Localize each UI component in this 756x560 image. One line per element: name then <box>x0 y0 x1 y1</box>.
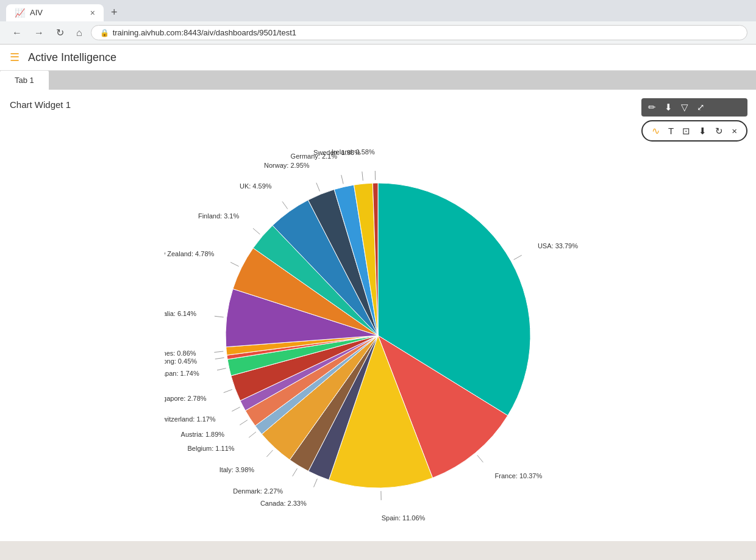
lock-icon: 🔒 <box>100 29 109 37</box>
download-tool-button[interactable]: ⬇ <box>696 124 710 138</box>
browser-chrome: 📈 AIV × + ← → ↻ ⌂ 🔒 training.aivhub.com:… <box>0 0 756 45</box>
svg-line-7 <box>240 420 248 425</box>
pie-label-australia: Australia: 6.14% <box>165 310 196 317</box>
pie-label-new-zealand: New Zealand: 4.78% <box>165 250 214 257</box>
pie-label-denmark: Denmark: 2.27% <box>233 487 283 495</box>
url-text: training.aivhub.com:8443/aiv/dashboards/… <box>113 28 296 37</box>
tab-bar: 📈 AIV × + <box>0 0 756 21</box>
pie-label-uk: UK: 4.59% <box>240 182 272 190</box>
pie-label-belgium: Belgium: 1.11% <box>188 445 235 452</box>
main-content: Chart Widget 1 ✏ ⬇ ▽ ⤢ ∿ T ⊡ ⬇ ↻ × USA: … <box>0 90 756 541</box>
svg-line-4 <box>293 468 298 476</box>
svg-line-18 <box>341 175 343 184</box>
svg-line-0 <box>514 255 522 259</box>
pie-label-france: France: 10.37% <box>495 472 543 479</box>
tab-icon: 📈 <box>15 8 25 18</box>
svg-line-17 <box>316 183 320 192</box>
app-header: ☰ Active Intelligence <box>0 45 756 71</box>
pie-label-ireland: Ireland: 0.58% <box>332 148 375 156</box>
svg-line-1 <box>477 455 483 462</box>
svg-line-13 <box>215 316 224 317</box>
expand-button[interactable]: ⤢ <box>694 101 708 114</box>
wave-tool-button[interactable]: ∿ <box>649 124 663 138</box>
tab-1[interactable]: Tab 1 <box>0 71 49 90</box>
pie-label-italy: Italy: 3.98% <box>219 466 255 473</box>
url-box[interactable]: 🔒 training.aivhub.com:8443/aiv/dashboard… <box>91 25 747 40</box>
svg-line-9 <box>224 389 232 392</box>
pie-label-singapore: Singapore: 2.78% <box>165 395 207 402</box>
address-bar: ← → ↻ ⌂ 🔒 training.aivhub.com:8443/aiv/d… <box>0 21 756 45</box>
app-tab-bar: Tab 1 <box>0 71 756 90</box>
pie-svg: USA: 33.79%France: 10.37%Spain: 11.06%Ca… <box>165 116 591 531</box>
svg-line-16 <box>282 201 288 209</box>
download-button[interactable]: ⬇ <box>661 101 676 114</box>
svg-line-5 <box>266 450 273 457</box>
pie-label-usa: USA: 33.79% <box>538 242 578 249</box>
pie-label-spain: Spain: 11.06% <box>382 514 426 522</box>
widget-title: Chart Widget 1 <box>10 99 746 110</box>
text-tool-button[interactable]: T <box>665 124 677 137</box>
svg-line-3 <box>314 479 318 487</box>
hamburger-menu-icon[interactable]: ☰ <box>10 51 20 64</box>
pie-label-austria: Austria: 1.89% <box>181 431 225 438</box>
svg-line-15 <box>253 228 260 234</box>
tab-title: AIV <box>30 8 43 17</box>
svg-line-19 <box>362 171 363 181</box>
filter-button[interactable]: ▽ <box>678 101 691 114</box>
refresh-button[interactable]: ↻ <box>52 26 68 40</box>
forward-button[interactable]: → <box>30 26 48 40</box>
app-title: Active Intelligence <box>28 51 116 64</box>
primary-toolbar: ✏ ⬇ ▽ ⤢ <box>641 98 747 117</box>
back-button[interactable]: ← <box>9 26 26 40</box>
pie-label-hong-kong: Hong Kong: 0.45% <box>165 357 197 365</box>
pie-label-switzerland: Switzerland: 1.17% <box>165 415 216 423</box>
close-tool-button[interactable]: × <box>729 124 740 137</box>
pie-label-finland: Finland: 3.1% <box>198 212 239 220</box>
home-button[interactable]: ⌂ <box>73 26 86 40</box>
svg-line-12 <box>214 351 223 353</box>
new-tab-button[interactable]: + <box>106 4 123 21</box>
image-tool-button[interactable]: ⊡ <box>679 124 693 138</box>
refresh-tool-button[interactable]: ↻ <box>712 124 726 138</box>
pie-label-philippines: Philippines: 0.86% <box>165 350 196 357</box>
svg-line-8 <box>232 407 240 411</box>
widget-toolbar: ✏ ⬇ ▽ ⤢ ∿ T ⊡ ⬇ ↻ × <box>641 98 747 142</box>
pie-chart: USA: 33.79%France: 10.37%Spain: 11.06%Ca… <box>165 116 591 531</box>
svg-line-14 <box>230 262 238 267</box>
pie-label-japan: Japan: 1.74% <box>165 370 199 377</box>
pie-label-norway: Norway: 2.95% <box>264 162 310 169</box>
svg-line-11 <box>215 357 224 359</box>
chart-container: USA: 33.79%France: 10.37%Spain: 11.06%Ca… <box>10 116 746 531</box>
secondary-toolbar: ∿ T ⊡ ⬇ ↻ × <box>641 120 747 142</box>
draw-tool-button[interactable]: ✏ <box>645 101 659 114</box>
tab-close-button[interactable]: × <box>90 8 95 18</box>
svg-line-10 <box>217 368 226 370</box>
browser-tab[interactable]: 📈 AIV × <box>6 4 104 21</box>
pie-label-canada: Canada: 2.33% <box>260 500 307 507</box>
svg-line-6 <box>249 432 256 437</box>
